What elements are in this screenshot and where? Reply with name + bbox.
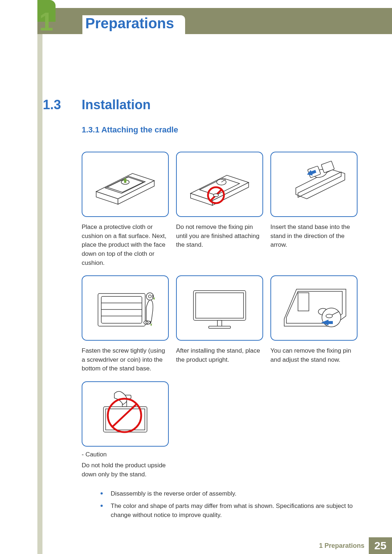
caution-text: Do not hold the product upside down only… [82,461,176,479]
step-6-diagram [270,275,358,341]
footer-chapter-label: 1 Preparations [319,542,364,550]
note-item: Disassembly is the reverse order of asse… [98,489,358,498]
page-footer: 1 Preparations 25 [42,537,392,554]
step-2-diagram [176,152,263,217]
svg-rect-39 [298,293,309,311]
section-title: Installation [82,97,151,112]
footer-page-number: 25 [369,537,392,554]
svg-rect-33 [193,291,246,320]
step-4-caption: Fasten the screw tightly (using a screwd… [82,346,169,373]
caution-diagram [82,381,169,447]
notes-list: Disassembly is the reverse order of asse… [82,489,358,520]
step-1-diagram [82,152,169,217]
step-1-caption: Place a protective cloth or cushion on a… [82,223,169,267]
chapter-title: Preparations [82,15,185,34]
step-6-caption: You can remove the fixing pin and adjust… [270,346,358,373]
svg-point-27 [146,293,154,300]
step-2-caption: Do not remove the fixing pin until you a… [176,223,263,267]
content-area: Place a protective cloth or cushion on a… [82,152,358,523]
step-5-caption: After installing the stand, place the pr… [176,346,263,373]
caution-label: - Caution [82,451,358,458]
step-3-caption: Insert the stand base into the stand in … [270,223,358,267]
step-4-diagram [82,275,169,341]
step-5-diagram [176,275,263,341]
section-number: 1.3 [43,97,61,112]
left-margin-stripe [37,34,42,554]
svg-point-15 [213,194,219,197]
chapter-number: 1 [39,7,53,36]
svg-rect-36 [209,326,230,328]
note-item: The color and shape of parts may differ … [98,501,358,520]
svg-rect-22 [98,294,145,326]
subsection-heading: 1.3.1 Attaching the cradle [82,125,178,135]
step-3-diagram [270,152,358,217]
